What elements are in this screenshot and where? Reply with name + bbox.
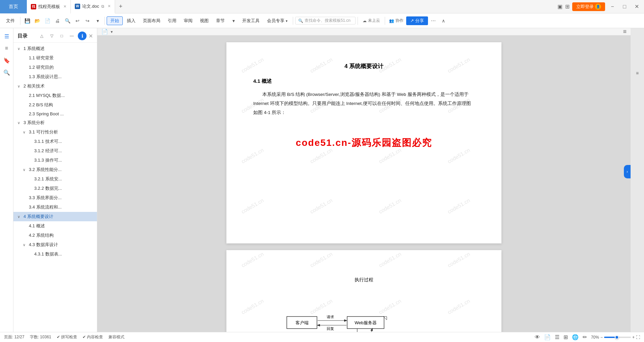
toc-item[interactable]: ∨3.1 可行性分析 [13,127,97,137]
search-panel-btn[interactable]: 🔍 [1,67,12,78]
redo-button[interactable]: ↪ [83,16,92,25]
view-icon-split[interactable]: ⊞ [564,334,568,340]
toc-item[interactable]: ∨4.3 数据库设计 [13,240,97,249]
search-box[interactable]: 🔍 查找命令、搜索模板51.cn [295,17,356,24]
collapse-toolbar[interactable]: ∧ [439,16,448,25]
layout-icon2[interactable]: ⊞ [565,3,570,10]
toc-toggle[interactable]: ∨ [17,121,22,125]
right-panel-btn[interactable]: ≡ [633,68,642,78]
toc-item[interactable]: 3.4 系统流程和... [13,203,97,212]
toc-toggle[interactable]: ∨ [17,215,22,219]
toc-item[interactable]: 3.1.1 技术可... [13,137,97,146]
insert-tab[interactable]: 插入 [123,17,139,25]
review-tab[interactable]: 审阅 [180,17,196,25]
chapter-tab[interactable]: 章节 [213,17,228,25]
toc-item[interactable]: ∨2 相关技术 [13,81,97,91]
toc-toggle[interactable]: ∨ [23,130,28,134]
view-icon-list[interactable]: ☰ [555,334,559,340]
collab-button[interactable]: 👥 协作 [387,18,406,23]
spell-check[interactable]: ✔ 拼写检查 [57,334,77,340]
view-icon-web[interactable]: 🌐 [572,334,579,340]
toc-item[interactable]: 3.1.3 操作可... [13,156,97,165]
start-tab[interactable]: 开始 [107,16,123,25]
zoom-minus[interactable]: − [600,335,603,340]
member-tab[interactable]: 会员专享 ▾ [264,17,291,25]
sidebar-collapse-btn2[interactable]: ▽ [48,32,56,40]
doc-toolbar-expand[interactable]: ▾ [111,30,113,34]
toc-item[interactable]: 4.1 概述 [13,221,97,231]
print-button[interactable]: 🖨 [53,16,62,25]
sidebar-close-btn[interactable]: ✕ [89,33,93,39]
toc-toggle[interactable]: ∨ [23,168,28,172]
toc-item[interactable]: 4.3.1 数据表... [13,249,97,259]
save-button[interactable]: 💾 [22,16,32,25]
toc-item[interactable]: 1.3 系统设计思... [13,72,97,81]
toc-item[interactable]: 1.2 研究目的 [13,63,97,72]
restore-icon[interactable]: ⧉ [101,4,104,9]
sidebar-collapse-btn1[interactable]: △ [38,32,46,40]
toc-item[interactable]: 3.3 系统界面分... [13,193,97,203]
toc-item[interactable]: ∨3.2 系统性能分... [13,165,97,174]
zoom-slider[interactable] [604,337,631,338]
toc-item[interactable]: 2.1 MYSQL 数据... [13,91,97,100]
toc-toggle[interactable]: ∨ [17,47,22,51]
view-icon-pen[interactable]: ✏ [583,334,587,340]
doc-page-2: code51.cn code51.cn code51.cn code51.cn … [226,250,501,332]
tab-home[interactable]: 首页 [0,0,27,13]
toc-item[interactable]: 2.2 B/S 结构 [13,100,97,110]
tab-close-template[interactable]: ✕ [63,4,66,9]
toc-item[interactable]: 3.2.2 数据完... [13,184,97,193]
file-menu[interactable]: 文件 [3,17,18,25]
scroll-handle[interactable]: › [624,165,631,178]
share-button[interactable]: ↗ 分享 [406,16,428,25]
close-button[interactable]: ✕ [632,2,641,11]
devtools-tab[interactable]: 开发工具 [239,17,263,25]
svg-text:回复: 回复 [327,327,334,331]
layout-icon1[interactable]: ▣ [557,3,562,10]
cloud-status[interactable]: ☁ 未上云 [360,18,383,23]
toc-item[interactable]: ∨3 系统分析 [13,118,97,127]
new-button[interactable]: 📄 [43,16,52,25]
undo-button[interactable]: ↩ [73,16,82,25]
tab-doc[interactable]: W 论文.doc ⧉ ✕ [71,0,115,13]
toc-item[interactable]: ∨1 系统概述 [13,44,97,53]
sidebar-collapse-all-btn[interactable]: — [68,32,76,40]
tab-template[interactable]: 找 找程亮模板 ✕ [27,0,71,13]
toc-item[interactable]: 3.1.2 经济可... [13,146,97,156]
minimize-button[interactable]: − [608,2,617,11]
fullscreen-icon[interactable]: ⛶ [636,335,640,340]
login-button[interactable]: 立即登录 👤 [572,2,605,11]
view-icon-read[interactable]: 👁 [535,334,540,340]
section1-title: 4.1 概述 [253,78,475,84]
page-info: 页面: 12/27 [4,334,24,340]
toc-toggle[interactable]: ∨ [17,84,22,89]
content-check[interactable]: ✔ 内容检查 [83,334,103,340]
new-tab-button[interactable]: + [115,0,127,13]
toc-toggle[interactable]: ∨ [23,243,28,247]
word-count: 字数: 10361 [30,334,51,340]
maximize-button[interactable]: □ [620,2,629,11]
nav-panel-btn[interactable]: ≡ [1,43,12,54]
chapter-expand[interactable]: ▾ [229,16,238,25]
toc-item[interactable]: 4.2 系统结构 [13,231,97,240]
preview-button[interactable]: 🔍 [63,16,72,25]
reference-tab[interactable]: 引用 [164,17,180,25]
filter-icon[interactable]: ≡ [623,28,627,35]
open-button[interactable]: 📂 [33,16,42,25]
toc-item[interactable]: 2.3 Spring Boot ... [13,110,97,118]
toc-item[interactable]: 3.2.1 系统安... [13,174,97,184]
zoom-plus[interactable]: + [632,335,635,340]
sidebar-expand-btn[interactable]: □ [58,32,66,40]
more-options[interactable]: ⋯ [429,16,438,25]
bookmark-panel-btn[interactable]: 🔖 [1,55,12,66]
view-icon-doc[interactable]: 📄 [544,334,551,340]
toc-item[interactable]: 1.1 研究背景 [13,53,97,63]
sidebar-info-icon: ℹ [78,32,87,40]
red-watermark: code51.cn-源码乐园盗图必究 [296,136,432,149]
tab-close-doc[interactable]: ✕ [108,4,111,8]
toc-panel-btn[interactable]: ☰ [1,31,12,42]
layout-tab[interactable]: 页面布局 [140,17,164,25]
view-tab[interactable]: 视图 [197,17,212,25]
toc-item[interactable]: ∨4 系统概要设计 [13,212,97,221]
more-history[interactable]: ▾ [93,16,102,25]
